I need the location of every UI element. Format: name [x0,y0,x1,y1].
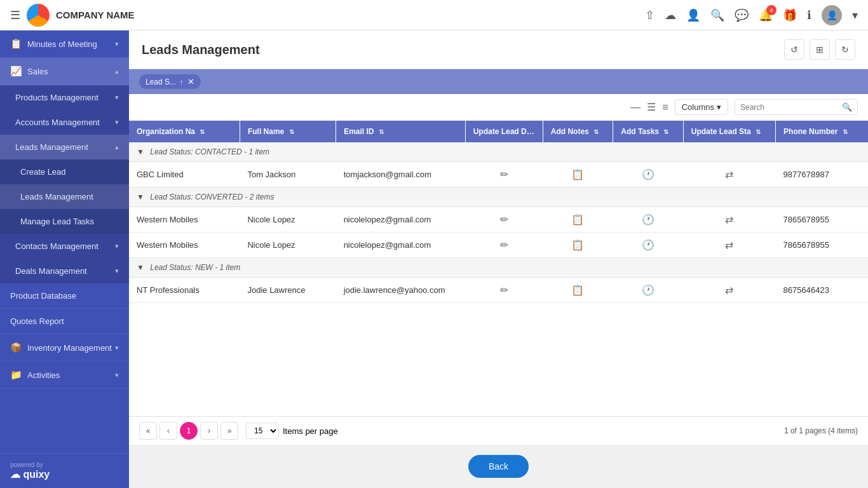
reload-icon[interactable]: ↻ [835,39,855,60]
page-header-actions: ↺ ⊞ ↻ [784,39,855,60]
table-container: Organization Na ⇅ Full Name ⇅ Email ID ⇅… [129,121,868,416]
sidebar-item-manage-lead-tasks[interactable]: Manage Lead Tasks [0,209,129,234]
col-add-tasks[interactable]: Add Tasks ⇅ [613,121,683,142]
cell-notes[interactable]: 📋 [543,278,613,303]
sort-icon: ⇅ [663,128,668,135]
sidebar-item-deals-management[interactable]: Deals Management ▾ [0,259,129,283]
cell-update-lead-det[interactable]: ✏ [465,278,543,303]
prev-page-button[interactable]: ‹ [159,422,177,440]
filter-chip-close-icon[interactable]: ✕ [187,77,194,86]
col-update-lead-sta[interactable]: Update Lead Sta ⇅ [683,121,775,142]
back-button[interactable]: Back [468,455,529,478]
top-navigation: ☰ COMPANY NAME ⇧ ☁ 👤 🔍 💬 🔔 4 🎁 ℹ 👤 ▾ [0,0,868,30]
avatar[interactable]: 👤 [822,5,842,25]
clock-icon[interactable]: 🕐 [642,239,654,251]
transfer-icon[interactable]: ⇄ [725,168,733,180]
sidebar-item-contacts-management[interactable]: Contacts Management ▾ [0,234,129,259]
cell-update-lead-sta[interactable]: ⇄ [683,207,775,233]
search-icon[interactable]: 🔍 [710,8,724,22]
minus-icon[interactable]: — [630,102,641,113]
collapse-icon[interactable]: ▼ [137,263,144,272]
sidebar-item-minutes-of-meeting[interactable]: 📋 Minutes of Meeting ▾ [0,30,129,58]
refresh-icon[interactable]: ↺ [784,39,804,60]
next-page-button[interactable]: › [200,422,218,440]
sidebar-label-quotes-report: Quotes Report [10,316,64,326]
gift-icon[interactable]: 🎁 [783,8,797,22]
notes-icon[interactable]: 📋 [571,168,584,180]
sidebar-item-product-database[interactable]: Product Database [0,283,129,309]
cell-update-lead-sta[interactable]: ⇄ [683,162,775,187]
cell-notes[interactable]: 📋 [543,162,613,187]
sidebar-item-products-management[interactable]: Products Management ▾ [0,85,129,110]
sidebar-label-manage-lead-tasks: Manage Lead Tasks [20,217,94,226]
col-email[interactable]: Email ID ⇅ [336,121,466,142]
cloud-icon[interactable]: ☁ [665,8,676,22]
edit-icon[interactable]: ✏ [500,214,508,226]
cell-tasks[interactable]: 🕐 [613,207,683,233]
grid-icon[interactable]: ⊞ [810,39,830,60]
first-page-button[interactable]: « [139,422,157,440]
clock-icon[interactable]: 🕐 [642,284,654,296]
sidebar-item-accounts-management[interactable]: Accounts Management ▾ [0,110,129,135]
page-1-button[interactable]: 1 [180,422,198,440]
last-page-button[interactable]: » [220,422,238,440]
sidebar-item-sales[interactable]: 📈 Sales ▴ [0,58,129,85]
transfer-icon[interactable]: ⇄ [725,284,733,296]
cell-update-lead-sta[interactable]: ⇄ [683,233,775,258]
chat-icon[interactable]: 💬 [735,8,749,22]
items-per-page-select[interactable]: 15 25 50 [246,423,279,439]
cell-update-lead-det[interactable]: ✏ [465,233,543,258]
col-fullname[interactable]: Full Name ⇅ [240,121,336,142]
col-phone[interactable]: Phone Number ⇅ [776,121,868,142]
cell-notes[interactable]: 📋 [543,207,613,233]
notes-icon[interactable]: 📋 [571,239,584,251]
list-icon[interactable]: ☰ [647,101,656,113]
hamburger-icon[interactable]: ☰ [10,8,20,22]
chevron-icon: ▾ [115,242,119,250]
sidebar-item-create-lead[interactable]: Create Lead [0,159,129,184]
clock-icon[interactable]: 🕐 [642,214,654,226]
info-icon[interactable]: ℹ [807,8,811,22]
collapse-icon[interactable]: ▼ [137,147,144,156]
sidebar-label-products-mgmt: Products Management [15,93,98,102]
sidebar-item-activities[interactable]: 📁 Activities ▾ [0,362,129,389]
share-icon[interactable]: ⇧ [645,8,654,22]
cell-update-lead-det[interactable]: ✏ [465,162,543,187]
search-input[interactable] [740,103,842,112]
powered-by-text: powered by [10,461,119,468]
transfer-icon[interactable]: ⇄ [725,214,733,226]
notes-icon[interactable]: 📋 [571,284,584,296]
col-org[interactable]: Organization Na ⇅ [129,121,240,142]
content-area: Leads Management ↺ ⊞ ↻ Lead S... ↑ ✕ — ☰… [129,30,868,488]
sidebar-label-inventory: Inventory Management [27,343,112,353]
user-menu-chevron[interactable]: ▾ [852,8,858,22]
notification-icon[interactable]: 🔔 4 [759,8,773,22]
col-add-notes[interactable]: Add Notes ⇅ [543,121,613,142]
edit-icon[interactable]: ✏ [500,284,508,296]
cell-tasks[interactable]: 🕐 [613,162,683,187]
cell-name: Nicole Lopez [240,207,336,233]
cell-tasks[interactable]: 🕐 [613,233,683,258]
cell-update-lead-det[interactable]: ✏ [465,207,543,233]
filter-chip[interactable]: Lead S... ↑ ✕ [139,74,201,89]
notes-icon[interactable]: 📋 [571,214,584,226]
people-icon[interactable]: 👤 [686,8,700,22]
col-update-lead-det[interactable]: Update Lead De ⇅ [465,121,543,142]
sidebar-item-quotes-report[interactable]: Quotes Report [0,309,129,334]
sidebar-item-leads-management-sub[interactable]: Leads Management [0,184,129,209]
cell-tasks[interactable]: 🕐 [613,278,683,303]
lines-icon[interactable]: ≡ [662,102,668,113]
edit-icon[interactable]: ✏ [500,239,508,251]
columns-button[interactable]: Columns ▾ [675,99,728,115]
cell-phone: 7865678955 [776,207,868,233]
collapse-icon[interactable]: ▼ [137,193,144,201]
clock-icon[interactable]: 🕐 [642,168,654,180]
sidebar: 📋 Minutes of Meeting ▾ 📈 Sales ▴ Product… [0,30,129,488]
edit-icon[interactable]: ✏ [500,168,508,180]
filter-sort-up-icon: ↑ [180,78,184,86]
sidebar-item-leads-management[interactable]: Leads Management ▴ [0,135,129,159]
cell-update-lead-sta[interactable]: ⇄ [683,278,775,303]
transfer-icon[interactable]: ⇄ [725,239,733,251]
cell-notes[interactable]: 📋 [543,233,613,258]
sidebar-item-inventory-management[interactable]: 📦 Inventory Management ▾ [0,334,129,362]
